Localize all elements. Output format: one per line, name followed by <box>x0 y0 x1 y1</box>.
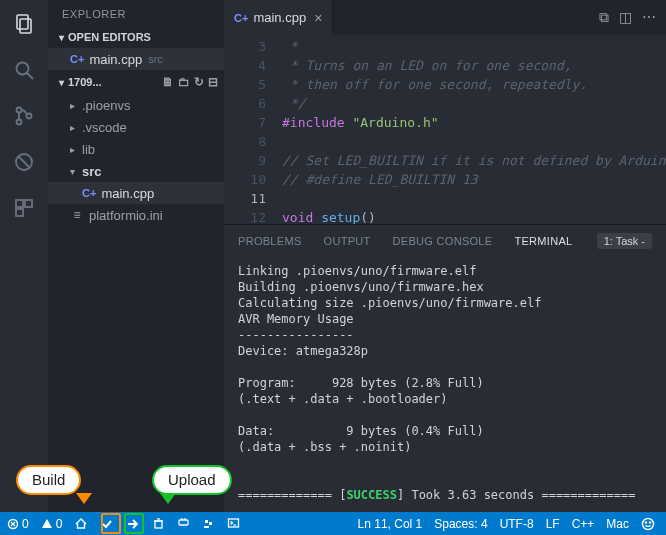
activity-bar <box>0 0 48 512</box>
explorer-sidebar: EXPLORER ▾ OPEN EDITORS C+ main.cpp src … <box>48 0 224 512</box>
pio-serial-button[interactable] <box>199 517 218 530</box>
panel-tab-output[interactable]: OUTPUT <box>324 235 371 247</box>
open-editor-item[interactable]: C+ main.cpp src <box>48 48 224 70</box>
cpp-file-icon: C+ <box>234 12 248 24</box>
open-editors-label: OPEN EDITORS <box>68 31 151 43</box>
tree-label: .pioenvs <box>82 98 130 113</box>
tree-label: platformio.ini <box>89 208 163 223</box>
explorer-title: EXPLORER <box>48 0 224 28</box>
close-tab-icon[interactable]: × <box>314 10 322 26</box>
editor-group: C+ main.cpp × ⧉ ◫ ⋯ 34567891011121314 * … <box>224 0 666 512</box>
chevron-right-icon: ▸ <box>70 144 82 155</box>
extensions-activity-icon[interactable] <box>10 194 38 222</box>
tree-label: .vscode <box>82 120 127 135</box>
feedback-icon[interactable] <box>638 517 658 531</box>
svg-line-3 <box>27 73 33 79</box>
chevron-right-icon: ▸ <box>70 100 82 111</box>
pio-upload-button[interactable] <box>123 517 143 531</box>
ini-file-icon: ≡ <box>70 208 84 222</box>
code-content: * * Turns on an LED on for one second, *… <box>282 37 666 224</box>
panel-tab-debug[interactable]: DEBUG CONSOLE <box>393 235 493 247</box>
open-editor-dir: src <box>148 53 163 65</box>
pio-terminal-button[interactable] <box>224 517 243 530</box>
tab-main-cpp[interactable]: C+ main.cpp × <box>224 0 333 35</box>
collapse-icon[interactable]: ⊟ <box>208 75 218 89</box>
svg-rect-0 <box>17 15 28 29</box>
open-editors-header[interactable]: ▾ OPEN EDITORS <box>48 28 224 46</box>
tree-folder[interactable]: ▸ lib <box>48 138 224 160</box>
panel-tab-problems[interactable]: PROBLEMS <box>238 235 302 247</box>
svg-rect-10 <box>25 200 32 207</box>
status-language[interactable]: C++ <box>569 517 598 531</box>
cpp-file-icon: C+ <box>82 187 96 199</box>
status-bar: 0 0 Ln 11, Col 1 Spaces: 4 UTF-8 <box>0 512 666 535</box>
svg-rect-19 <box>179 520 188 525</box>
svg-rect-16 <box>155 521 162 528</box>
svg-point-26 <box>649 521 650 522</box>
chevron-down-icon: ▾ <box>54 77 68 88</box>
status-cursor[interactable]: Ln 11, Col 1 <box>355 517 426 531</box>
new-file-icon[interactable]: 🗎 <box>162 75 174 89</box>
refresh-icon[interactable]: ↻ <box>194 75 204 89</box>
debug-activity-icon[interactable] <box>10 148 38 176</box>
file-tree: ▸ .pioenvs ▸ .vscode ▸ lib ▾ src C+ main… <box>48 92 224 228</box>
project-header[interactable]: ▾ 1709... 🗎 🗀 ↻ ⊟ <box>48 72 224 92</box>
terminal-output[interactable]: Linking .pioenvs/uno/firmware.elf Buildi… <box>224 257 666 512</box>
search-activity-icon[interactable] <box>10 56 38 84</box>
cpp-file-icon: C+ <box>70 53 84 65</box>
pio-home-button[interactable] <box>71 517 91 531</box>
svg-point-5 <box>17 120 22 125</box>
terminal-task-selector[interactable]: 1: Task - <box>597 233 652 249</box>
split-editor-icon[interactable]: ◫ <box>619 9 632 26</box>
bottom-panel: PROBLEMS OUTPUT DEBUG CONSOLE TERMINAL 1… <box>224 224 666 512</box>
tree-folder[interactable]: ▸ .vscode <box>48 116 224 138</box>
svg-rect-9 <box>16 200 23 207</box>
svg-point-2 <box>17 63 29 75</box>
tree-file-platformio[interactable]: ≡ platformio.ini <box>48 204 224 226</box>
tabs-row: C+ main.cpp × ⧉ ◫ ⋯ <box>224 0 666 35</box>
chevron-down-icon: ▾ <box>54 32 68 43</box>
more-icon[interactable]: ⋯ <box>642 9 656 26</box>
open-editor-filename: main.cpp <box>89 52 142 67</box>
pio-test-button[interactable] <box>174 517 193 530</box>
tree-label: src <box>82 164 102 179</box>
chevron-down-icon: ▾ <box>70 166 82 177</box>
pio-clean-button[interactable] <box>149 517 168 530</box>
compare-icon[interactable]: ⧉ <box>599 9 609 26</box>
explorer-activity-icon[interactable] <box>10 10 38 38</box>
project-actions: 🗎 🗀 ↻ ⊟ <box>162 75 218 89</box>
panel-tabs: PROBLEMS OUTPUT DEBUG CONSOLE TERMINAL 1… <box>224 225 666 257</box>
scm-activity-icon[interactable] <box>10 102 38 130</box>
tab-label: main.cpp <box>253 10 306 25</box>
line-gutter: 34567891011121314 <box>224 37 282 224</box>
new-folder-icon[interactable]: 🗀 <box>178 75 190 89</box>
status-errors[interactable]: 0 <box>4 517 32 531</box>
svg-rect-1 <box>20 19 31 33</box>
tree-file-main-cpp[interactable]: C+ main.cpp <box>48 182 224 204</box>
svg-point-4 <box>17 108 22 113</box>
panel-tab-terminal[interactable]: TERMINAL <box>514 235 572 247</box>
tree-folder[interactable]: ▸ .pioenvs <box>48 94 224 116</box>
tree-label: lib <box>82 142 95 157</box>
tree-label: main.cpp <box>101 186 154 201</box>
status-os[interactable]: Mac <box>603 517 632 531</box>
status-encoding[interactable]: UTF-8 <box>497 517 537 531</box>
svg-rect-11 <box>16 209 23 216</box>
pio-build-button[interactable] <box>97 517 117 531</box>
svg-point-24 <box>643 518 654 529</box>
status-eol[interactable]: LF <box>543 517 563 531</box>
tree-folder-src[interactable]: ▾ src <box>48 160 224 182</box>
svg-point-25 <box>645 521 646 522</box>
svg-line-8 <box>18 156 30 168</box>
svg-point-6 <box>27 114 32 119</box>
chevron-right-icon: ▸ <box>70 122 82 133</box>
code-editor[interactable]: 34567891011121314 * * Turns on an LED on… <box>224 35 666 224</box>
status-warnings[interactable]: 0 <box>38 517 66 531</box>
status-spaces[interactable]: Spaces: 4 <box>431 517 490 531</box>
project-name: 1709... <box>68 76 102 88</box>
